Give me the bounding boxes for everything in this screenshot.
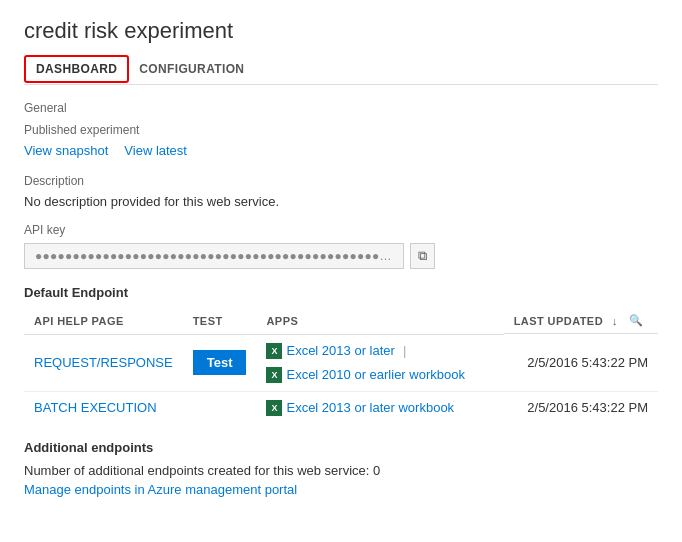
- additional-section-label: Additional endpoints: [24, 440, 658, 455]
- tab-configuration[interactable]: CONFIGURATION: [139, 54, 258, 84]
- last-updated-cell-2: 2/5/2016 5:43:22 PM: [504, 391, 658, 424]
- published-links: View snapshot View latest: [24, 143, 658, 158]
- endpoint-section-label: Default Endpoint: [24, 285, 658, 300]
- default-endpoint-section: Default Endpoint API HELP PAGE TEST APPS…: [24, 285, 658, 424]
- general-section: General Published experiment View snapsh…: [24, 101, 658, 269]
- excel-2010-link[interactable]: X Excel 2010 or earlier workbook: [266, 367, 464, 383]
- view-latest-link[interactable]: View latest: [124, 143, 187, 158]
- api-help-cell-2: BATCH EXECUTION: [24, 391, 183, 424]
- copy-api-key-button[interactable]: ⧉: [410, 243, 435, 269]
- api-help-cell-1: REQUEST/RESPONSE: [24, 334, 183, 391]
- page-title: credit risk experiment: [24, 18, 658, 44]
- col-last-updated: LAST UPDATED ↓ 🔍: [504, 308, 658, 334]
- table-row: BATCH EXECUTION X Excel 2013 or later wo…: [24, 391, 658, 424]
- manage-endpoints-link[interactable]: Manage endpoints in Azure management por…: [24, 482, 297, 497]
- sort-down-icon[interactable]: ↓: [612, 315, 618, 327]
- api-key-label: API key: [24, 223, 658, 237]
- apps-cell-1: X Excel 2013 or later | X Excel 2010 or …: [256, 334, 503, 391]
- last-updated-cell-1: 2/5/2016 5:43:22 PM: [504, 334, 658, 391]
- description-value: No description provided for this web ser…: [24, 194, 658, 209]
- excel-icon-2: X: [266, 367, 282, 383]
- copy-icon: ⧉: [418, 248, 427, 263]
- tab-dashboard[interactable]: DASHBOARD: [24, 55, 129, 83]
- request-response-link[interactable]: REQUEST/RESPONSE: [34, 355, 173, 370]
- additional-endpoints-section: Additional endpoints Number of additiona…: [24, 440, 658, 497]
- search-icon[interactable]: 🔍: [624, 314, 648, 327]
- additional-count-text: Number of additional endpoints created f…: [24, 463, 658, 478]
- col-test: TEST: [183, 308, 257, 334]
- excel-icon-1: X: [266, 343, 282, 359]
- excel-2013-batch-link[interactable]: X Excel 2013 or later workbook: [266, 400, 454, 416]
- endpoint-table: API HELP PAGE TEST APPS LAST UPDATED ↓ 🔍…: [24, 308, 658, 424]
- excel-icon-3: X: [266, 400, 282, 416]
- table-row: REQUEST/RESPONSE Test X Excel 2013 or la…: [24, 334, 658, 391]
- excel-2013-link[interactable]: X Excel 2013 or later: [266, 343, 394, 359]
- api-key-box: ●●●●●●●●●●●●●●●●●●●●●●●●●●●●●●●●●●●●●●●●…: [24, 243, 404, 269]
- view-snapshot-link[interactable]: View snapshot: [24, 143, 108, 158]
- test-cell-1: Test: [183, 334, 257, 391]
- apps-cell-2: X Excel 2013 or later workbook: [256, 391, 503, 424]
- tabs-bar: DASHBOARD CONFIGURATION: [24, 54, 658, 85]
- batch-execution-link[interactable]: BATCH EXECUTION: [34, 400, 157, 415]
- published-label: Published experiment: [24, 123, 658, 137]
- api-key-row: ●●●●●●●●●●●●●●●●●●●●●●●●●●●●●●●●●●●●●●●●…: [24, 243, 658, 269]
- col-api-help: API HELP PAGE: [24, 308, 183, 334]
- apps-separator: |: [403, 343, 406, 358]
- description-label: Description: [24, 174, 658, 188]
- test-cell-2: [183, 391, 257, 424]
- test-button-1[interactable]: Test: [193, 350, 247, 375]
- col-apps: APPS: [256, 308, 503, 334]
- general-label: General: [24, 101, 658, 115]
